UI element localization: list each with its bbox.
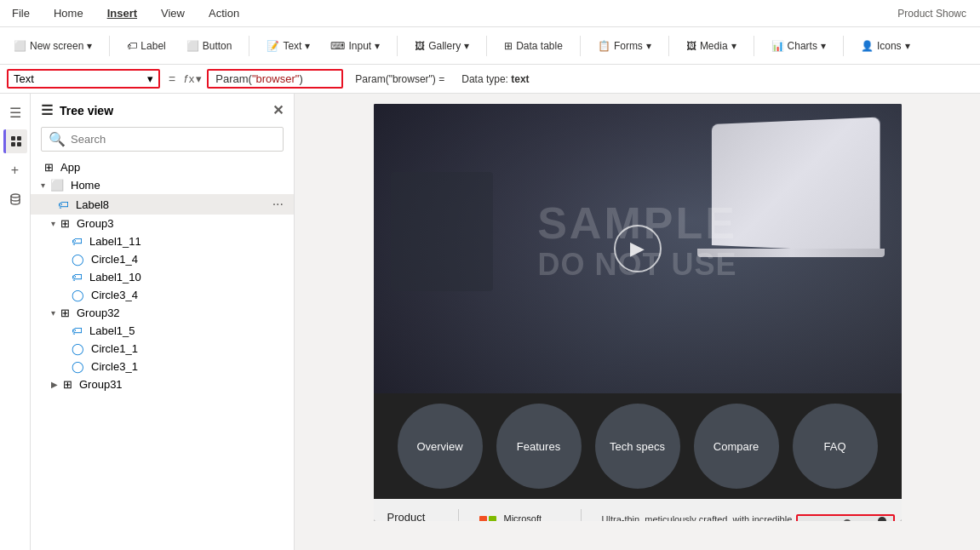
tree-item-label1-5[interactable]: 🏷 Label1_5 [31, 322, 294, 340]
input-button[interactable]: ⌨ Input ▾ [324, 37, 387, 55]
tree-item-home[interactable]: ▾ ⬜ Home [31, 176, 294, 194]
circle1-4-icon: ◯ [72, 253, 84, 266]
toolbar: ⬜ New screen ▾ 🏷 Label ⬜ Button 📝 Text ▾… [0, 27, 980, 65]
nav-btn-compare[interactable]: Compare [694, 404, 779, 489]
group32-item-icon: ⊞ [60, 307, 70, 319]
svg-rect-1 [17, 136, 21, 140]
gallery-button[interactable]: 🖼 Gallery ▾ [408, 37, 476, 55]
svg-rect-3 [17, 142, 21, 146]
tree-item-group32[interactable]: ▾ ⊞ Group32 [31, 304, 294, 322]
menu-insert[interactable]: Insert [102, 3, 142, 23]
label1-5-icon: 🏷 [72, 324, 83, 337]
label-icon: 🏷 [127, 40, 137, 52]
media-icon: 🖼 [686, 40, 696, 52]
tree-item-label1-11[interactable]: 🏷 Label1_11 [31, 232, 294, 250]
play-button[interactable]: ▶ [614, 225, 662, 272]
label8-item-icon: 🏷 [58, 198, 69, 211]
data-table-button[interactable]: ⊞ Data table [497, 37, 570, 55]
button-button[interactable]: ⬜ Button [180, 37, 239, 55]
svg-point-4 [11, 194, 20, 198]
hamburger-icon[interactable]: ☰ [3, 100, 27, 124]
charts-chevron-icon: ▾ [821, 40, 826, 52]
preview-bg: SAMPLE DO NOT USE ▶ [374, 104, 902, 393]
slider-end-1 [878, 517, 886, 521]
ms-grid-icon [479, 516, 496, 521]
media-chevron-icon: ▾ [731, 40, 736, 52]
divider-2 [581, 509, 582, 521]
tree-item-circle3-1[interactable]: ◯ Circle3_1 [31, 358, 294, 375]
text-icon: 📝 [266, 40, 279, 52]
formula-input[interactable]: Param("browser") [207, 69, 343, 89]
app-title: Product Showc [897, 8, 973, 20]
group32-chevron-icon: ▾ [51, 308, 55, 318]
ms-logo: Microsoft Surface Book [479, 513, 559, 521]
tree-label-label1-5: Label1_5 [89, 324, 284, 337]
nav-btn-tech-specs[interactable]: Tech specs [595, 404, 680, 489]
tree-label-label1-10: Label1_10 [89, 271, 284, 284]
separator-3 [397, 36, 398, 56]
tree-label-circle3-4: Circle3_4 [91, 289, 284, 301]
tree-item-label1-10[interactable]: 🏷 Label1_10 [31, 268, 294, 286]
tree-item-circle1-4[interactable]: ◯ Circle1_4 [31, 250, 294, 268]
tree-header: ☰ Tree view ✕ [31, 94, 294, 127]
media-button[interactable]: 🖼 Media ▾ [679, 37, 743, 55]
divider-1 [458, 509, 459, 521]
tree-label-home: Home [71, 179, 284, 192]
product-description: Ultra-thin, meticulously crafted, with i… [602, 514, 806, 521]
menu-bar: File Home Insert View Action Product Sho… [0, 0, 980, 27]
nav-btn-features[interactable]: Features [496, 404, 582, 489]
group3-chevron-icon: ▾ [51, 219, 55, 228]
tree-item-circle3-4[interactable]: ◯ Circle3_4 [31, 286, 294, 304]
tree-label-app: App [60, 161, 284, 174]
app-item-icon: ⊞ [44, 161, 54, 174]
circle3-4-icon: ◯ [72, 289, 84, 301]
gallery-icon: 🖼 [415, 40, 425, 52]
data-icon[interactable] [3, 187, 27, 211]
charts-button[interactable]: 📊 Charts ▾ [765, 37, 833, 55]
group31-item-icon: ⊞ [63, 378, 72, 391]
tree-item-group31[interactable]: ▶ ⊞ Group31 [31, 375, 294, 393]
home-chevron-icon: ▾ [41, 180, 45, 190]
tree-close-button[interactable]: ✕ [272, 102, 284, 118]
tree-item-label8[interactable]: 🏷 Label8 ··· [31, 194, 294, 215]
property-selector[interactable]: Text ▾ [7, 69, 160, 89]
separator-5 [580, 36, 581, 56]
slider-thumb-1[interactable] [843, 519, 851, 521]
new-screen-icon: ⬜ [14, 40, 26, 52]
menu-home[interactable]: Home [49, 3, 89, 23]
tree-search-box[interactable]: 🔍 [41, 127, 284, 152]
forms-chevron-icon: ▾ [646, 40, 651, 52]
fx-icon: f [184, 72, 187, 85]
tree-item-group3[interactable]: ▾ ⊞ Group3 [31, 215, 294, 232]
tree-view-icon[interactable] [3, 129, 27, 153]
input-icon: ⌨ [330, 40, 345, 52]
add-icon[interactable]: + [3, 158, 27, 182]
text-button[interactable]: 📝 Text ▾ [260, 37, 317, 55]
new-screen-chevron-icon: ▾ [87, 40, 92, 52]
left-surface [391, 172, 493, 291]
product-title: Product Showcase [387, 511, 438, 521]
tree-hamburger-icon[interactable]: ☰ [41, 102, 53, 118]
menu-file[interactable]: File [7, 3, 35, 23]
nav-btn-overview[interactable]: Overview [398, 404, 483, 489]
new-screen-button[interactable]: ⬜ New screen ▾ [7, 37, 99, 55]
separator-6 [668, 36, 669, 56]
nav-btn-faq[interactable]: FAQ [793, 404, 878, 489]
ms-product-name: Microsoft Surface Book [503, 513, 559, 521]
slider-row-1 [805, 519, 886, 521]
menu-action[interactable]: Action [203, 3, 244, 23]
tree-item-app[interactable]: ⊞ App [31, 158, 294, 176]
formula-bar: Text ▾ = f x ▾ Param("browser") Param("b… [0, 65, 980, 94]
svg-rect-2 [11, 142, 15, 146]
icons-button[interactable]: 👤 Icons ▾ [854, 37, 917, 55]
label8-more-button[interactable]: ··· [272, 197, 284, 212]
icons-icon: 👤 [861, 40, 874, 52]
tree-item-circle1-1[interactable]: ◯ Circle1_1 [31, 340, 294, 358]
forms-button[interactable]: 📋 Forms ▾ [591, 37, 658, 55]
charts-icon: 📊 [771, 40, 784, 52]
group3-item-icon: ⊞ [60, 217, 70, 230]
tree-search-input[interactable] [71, 133, 276, 146]
menu-view[interactable]: View [156, 3, 190, 23]
side-icons: ☰ + [0, 94, 31, 550]
label-button[interactable]: 🏷 Label [120, 37, 172, 55]
